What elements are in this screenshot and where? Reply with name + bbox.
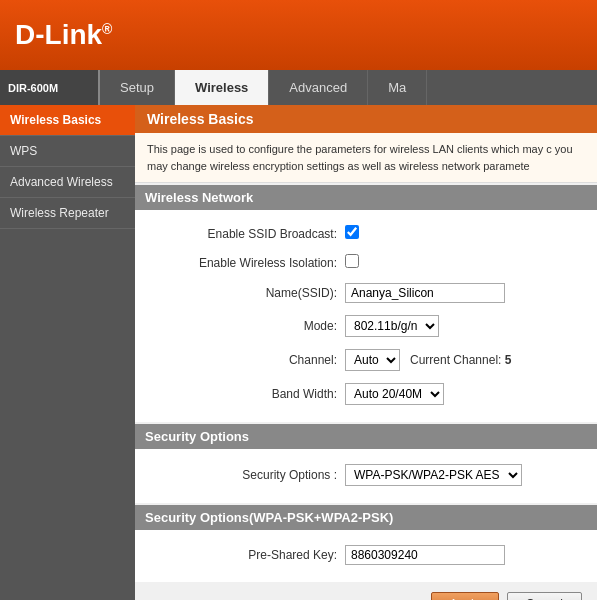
tab-ma[interactable]: Ma: [368, 70, 427, 105]
bandwidth-label: Band Width:: [145, 387, 345, 401]
security-options-header: Security Options: [135, 424, 597, 449]
tab-advanced[interactable]: Advanced: [269, 70, 368, 105]
nav-tabs: DIR-600M Setup Wireless Advanced Ma: [0, 70, 597, 105]
mode-label: Mode:: [145, 319, 345, 333]
psk-section-header: Security Options(WPA-PSK+WPA2-PSK): [135, 505, 597, 530]
ssid-broadcast-value: [345, 225, 587, 242]
wireless-network-header: Wireless Network: [135, 185, 597, 210]
bandwidth-value: Auto 20/40M 20M 40M: [345, 383, 587, 405]
tab-wireless[interactable]: Wireless: [175, 70, 269, 105]
mode-value: 802.11b/g/n 802.11b 802.11g 802.11n: [345, 315, 587, 337]
wireless-isolation-label: Enable Wireless Isolation:: [145, 256, 345, 270]
psk-input[interactable]: [345, 545, 505, 565]
mode-select[interactable]: 802.11b/g/n 802.11b 802.11g 802.11n: [345, 315, 439, 337]
logo-text: D-Link: [15, 19, 102, 50]
sidebar-item-wps[interactable]: WPS: [0, 136, 135, 167]
cancel-button[interactable]: Cancel: [507, 592, 582, 600]
security-options-select[interactable]: WPA-PSK/WPA2-PSK AES None WEP WPA-PSK WP…: [345, 464, 522, 486]
channel-select[interactable]: Auto 1 2 3 4 5 6: [345, 349, 400, 371]
security-options-label: Security Options :: [145, 468, 345, 482]
ssid-name-label: Name(SSID):: [145, 286, 345, 300]
sidebar-item-advanced-wireless[interactable]: Advanced Wireless: [0, 167, 135, 198]
mode-row: Mode: 802.11b/g/n 802.11b 802.11g 802.11…: [135, 310, 597, 342]
ssid-name-value: [345, 283, 587, 303]
security-options-row: Security Options : WPA-PSK/WPA2-PSK AES …: [135, 459, 597, 491]
content-area: Wireless Basics This page is used to con…: [135, 105, 597, 600]
wireless-network-form: Enable SSID Broadcast: Enable Wireless I…: [135, 210, 597, 422]
apply-button[interactable]: Apply: [431, 592, 499, 600]
logo-reg: ®: [102, 21, 112, 37]
logo: D-Link®: [15, 19, 112, 51]
current-channel-label: Current Channel: 5: [410, 353, 511, 367]
ssid-broadcast-label: Enable SSID Broadcast:: [145, 227, 345, 241]
wireless-isolation-value: [345, 254, 587, 271]
psk-label: Pre-Shared Key:: [145, 548, 345, 562]
page-title: Wireless Basics: [135, 105, 597, 133]
device-label: DIR-600M: [0, 70, 100, 105]
sidebar-item-wireless-repeater[interactable]: Wireless Repeater: [0, 198, 135, 229]
tab-setup[interactable]: Setup: [100, 70, 175, 105]
current-channel-value: 5: [505, 353, 512, 367]
channel-row: Channel: Auto 1 2 3 4 5 6 Current Channe…: [135, 344, 597, 376]
sidebar-item-wireless-basics[interactable]: Wireless Basics: [0, 105, 135, 136]
bandwidth-select[interactable]: Auto 20/40M 20M 40M: [345, 383, 444, 405]
wireless-isolation-checkbox[interactable]: [345, 254, 359, 268]
channel-label: Channel:: [145, 353, 345, 367]
security-options-value: WPA-PSK/WPA2-PSK AES None WEP WPA-PSK WP…: [345, 464, 587, 486]
sidebar: Wireless Basics WPS Advanced Wireless Wi…: [0, 105, 135, 600]
psk-row: Pre-Shared Key:: [135, 540, 597, 570]
bandwidth-row: Band Width: Auto 20/40M 20M 40M: [135, 378, 597, 410]
ssid-broadcast-row: Enable SSID Broadcast:: [135, 220, 597, 247]
channel-value: Auto 1 2 3 4 5 6 Current Channel: 5: [345, 349, 587, 371]
ssid-name-input[interactable]: [345, 283, 505, 303]
ssid-name-row: Name(SSID):: [135, 278, 597, 308]
main-layout: Wireless Basics WPS Advanced Wireless Wi…: [0, 105, 597, 600]
button-row: Apply Cancel: [135, 584, 597, 600]
page-description: This page is used to configure the param…: [135, 133, 597, 183]
ssid-broadcast-checkbox[interactable]: [345, 225, 359, 239]
header: D-Link®: [0, 0, 597, 70]
security-options-form: Security Options : WPA-PSK/WPA2-PSK AES …: [135, 449, 597, 503]
psk-value: [345, 545, 587, 565]
wireless-isolation-row: Enable Wireless Isolation:: [135, 249, 597, 276]
psk-form: Pre-Shared Key:: [135, 530, 597, 582]
